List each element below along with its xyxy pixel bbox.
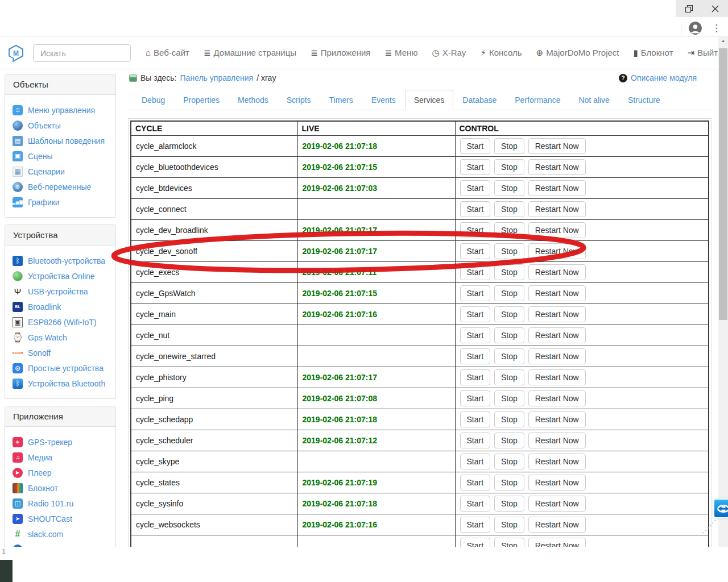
stop-button[interactable]: Stop <box>494 517 524 533</box>
top-nav-item[interactable]: ≣ Приложения <box>311 48 370 58</box>
sidebar-item[interactable]: # slack.com <box>13 526 108 542</box>
restart-now-button[interactable]: Restart Now <box>528 285 586 301</box>
start-button[interactable]: Start <box>460 369 491 385</box>
teamviewer-icon[interactable] <box>713 498 728 518</box>
window-restore-button[interactable] <box>680 1 697 16</box>
sidebar-item[interactable]: ⌚ Gps Watch <box>13 330 108 345</box>
sidebar-item[interactable]: ▦ Сценарии <box>13 164 108 179</box>
start-button[interactable]: Start <box>460 243 491 259</box>
sidebar-item[interactable]: ᛒ Bluetooth-устройства <box>13 253 108 268</box>
sidebar-item[interactable]: ⚙ Веб-переменные <box>13 179 108 194</box>
top-nav-item[interactable]: ⊕ MajorDoMo Project <box>536 48 619 58</box>
breadcrumb-link[interactable]: Панель управления <box>180 73 254 82</box>
top-nav-item[interactable]: ≣ Домашние страницы <box>204 48 296 58</box>
restart-now-button[interactable]: Restart Now <box>528 243 586 259</box>
start-button[interactable]: Start <box>460 264 491 280</box>
sidebar-item[interactable]: ➤ SHOUTCast <box>13 511 108 526</box>
window-close-button[interactable] <box>706 1 723 16</box>
stop-button[interactable]: Stop <box>494 306 524 322</box>
sidebar-item[interactable]: ◫ Radio 101.ru <box>13 496 108 511</box>
restart-now-button[interactable]: Restart Now <box>528 538 586 547</box>
sidebar-item[interactable]: ▣ Сцены <box>13 148 108 164</box>
restart-now-button[interactable]: Restart Now <box>528 201 586 217</box>
tab[interactable]: Scripts <box>278 90 320 110</box>
start-button[interactable]: Start <box>460 411 491 427</box>
tab[interactable]: Services <box>405 90 454 110</box>
tab[interactable]: Properties <box>174 90 229 110</box>
module-description-link[interactable]: Описание модуля <box>631 73 697 82</box>
start-button[interactable]: Start <box>460 159 491 175</box>
stop-button[interactable]: Stop <box>494 390 524 406</box>
restart-now-button[interactable]: Restart Now <box>528 433 586 448</box>
start-button[interactable]: Start <box>460 306 491 322</box>
start-button[interactable]: Start <box>460 475 491 490</box>
sidebar-item[interactable]: ▂▅▇ Графики <box>13 194 108 210</box>
restart-now-button[interactable]: Restart Now <box>528 369 586 385</box>
restart-now-button[interactable]: Restart Now <box>528 306 586 322</box>
top-nav-item[interactable]: ⌂ Веб-сайт <box>146 48 189 57</box>
start-button[interactable]: Start <box>460 496 491 512</box>
start-button[interactable]: Start <box>460 201 491 217</box>
restart-now-button[interactable]: Restart Now <box>528 390 586 406</box>
top-nav-item[interactable]: ⚡ Консоль <box>480 48 522 58</box>
scrollbar-up-arrow[interactable]: ▲ <box>718 36 728 45</box>
stop-button[interactable]: Stop <box>494 180 524 196</box>
restart-now-button[interactable]: Restart Now <box>528 138 586 154</box>
top-nav-item[interactable]: ⇥ Выйти <box>687 48 722 58</box>
stop-button[interactable]: Stop <box>494 285 524 301</box>
restart-now-button[interactable]: Restart Now <box>528 517 586 533</box>
start-button[interactable]: Start <box>460 327 491 343</box>
restart-now-button[interactable]: Restart Now <box>528 348 586 364</box>
restart-now-button[interactable]: Restart Now <box>528 454 586 469</box>
start-button[interactable]: Start <box>460 138 491 154</box>
tab[interactable]: Debug <box>133 90 174 110</box>
restart-now-button[interactable]: Restart Now <box>528 475 586 490</box>
sidebar-item[interactable]: ≡ Меню управления <box>13 102 108 118</box>
stop-button[interactable]: Stop <box>494 327 524 343</box>
stop-button[interactable]: Stop <box>494 538 524 547</box>
sidebar-item[interactable]: Блокнот <box>13 480 108 496</box>
restart-now-button[interactable]: Restart Now <box>528 496 586 512</box>
sidebar-item[interactable]: ▶ Плеер <box>13 465 108 480</box>
tab[interactable]: Structure <box>619 90 669 110</box>
browser-menu-icon[interactable]: ⋮ <box>709 23 723 33</box>
sidebar-item[interactable]: ⌖ GPS-трекер <box>13 434 108 450</box>
tab[interactable]: Timers <box>320 90 362 110</box>
sidebar-item[interactable]: Объекты <box>13 118 108 133</box>
stop-button[interactable]: Stop <box>494 411 524 427</box>
sidebar-item[interactable]: Устройства Online <box>13 268 108 284</box>
start-button[interactable]: Start <box>460 538 491 547</box>
restart-now-button[interactable]: Restart Now <box>528 180 586 196</box>
stop-button[interactable]: Stop <box>494 222 524 238</box>
start-button[interactable]: Start <box>460 433 491 448</box>
search-input[interactable] <box>33 44 131 62</box>
sidebar-item[interactable]: Ψ USB-устройства <box>13 284 108 299</box>
stop-button[interactable]: Stop <box>494 264 524 280</box>
sidebar-item[interactable]: ✉ SMS.RU <box>13 542 108 547</box>
tab[interactable]: Methods <box>229 90 278 110</box>
stop-button[interactable]: Stop <box>494 159 524 175</box>
tab[interactable]: Performance <box>506 90 569 110</box>
start-button[interactable]: Start <box>460 285 491 301</box>
restart-now-button[interactable]: Restart Now <box>528 159 586 175</box>
top-nav-item[interactable]: ≣ Меню <box>384 48 417 58</box>
start-button[interactable]: Start <box>460 517 491 533</box>
restart-now-button[interactable]: Restart Now <box>528 222 586 238</box>
stop-button[interactable]: Stop <box>494 433 524 448</box>
stop-button[interactable]: Stop <box>494 138 524 154</box>
top-nav-item[interactable]: ◷ X-Ray <box>432 48 466 58</box>
stop-button[interactable]: Stop <box>494 475 524 490</box>
restart-now-button[interactable]: Restart Now <box>528 327 586 343</box>
sidebar-item[interactable]: ᛒ Устройства Bluetooth <box>13 376 108 391</box>
tab[interactable]: Not alive <box>569 90 618 110</box>
sidebar-item[interactable]: Sonoff Sonoff <box>13 345 108 360</box>
stop-button[interactable]: Stop <box>494 201 524 217</box>
scrollbar-thumb[interactable] <box>719 48 727 320</box>
stop-button[interactable]: Stop <box>494 496 524 512</box>
top-nav-item[interactable]: ▮ Блокнот <box>634 48 673 58</box>
profile-avatar-icon[interactable] <box>689 22 702 35</box>
start-button[interactable]: Start <box>460 348 491 364</box>
majordomo-logo[interactable]: M <box>7 44 24 62</box>
sidebar-item[interactable]: ⊙ Простые устройства <box>13 360 108 376</box>
start-button[interactable]: Start <box>460 454 491 469</box>
